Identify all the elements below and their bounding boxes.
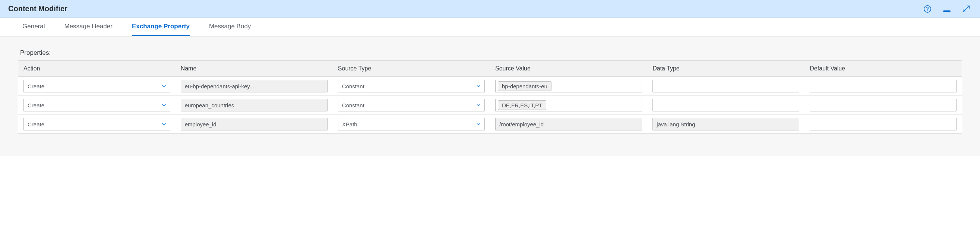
source-type-select[interactable]: Constant — [338, 99, 485, 112]
chevron-down-icon — [476, 121, 481, 127]
section-label: Properties: — [20, 49, 962, 57]
tab-message-header[interactable]: Message Header — [64, 18, 112, 36]
tabs-bar: General Message Header Exchange Property… — [0, 18, 980, 37]
panel-title: Content Modifier — [8, 5, 923, 13]
help-icon[interactable] — [923, 4, 932, 14]
default-value-field[interactable] — [810, 118, 956, 131]
source-type-select[interactable]: Constant — [338, 80, 485, 93]
source-type-select[interactable]: XPath — [338, 118, 485, 131]
col-header-action: Action — [18, 61, 175, 77]
svg-point-1 — [927, 10, 928, 11]
tab-message-body[interactable]: Message Body — [209, 18, 251, 36]
col-header-name: Name — [175, 61, 333, 77]
source-value-token: bp-dependants-eu — [498, 81, 552, 91]
minimize-icon[interactable] — [942, 4, 952, 14]
body-area: Properties: Action Name Source Type Sour… — [0, 37, 980, 156]
data-type-field[interactable] — [652, 99, 799, 112]
default-value-field[interactable] — [810, 80, 956, 93]
chevron-down-icon — [161, 102, 167, 108]
chevron-down-icon — [476, 83, 481, 89]
source-value-field[interactable]: /root/employee_id — [495, 118, 642, 131]
expand-icon[interactable] — [961, 4, 971, 14]
tab-general[interactable]: General — [22, 18, 45, 36]
chevron-down-icon — [476, 102, 481, 108]
chevron-down-icon — [161, 121, 167, 127]
chevron-down-icon — [161, 83, 167, 89]
col-header-default-value: Default Value — [805, 61, 962, 77]
action-select[interactable]: Create — [24, 99, 170, 112]
data-type-field[interactable] — [652, 80, 799, 93]
properties-table: Action Name Source Type Source Value Dat… — [18, 61, 962, 134]
action-select[interactable]: Create — [24, 118, 170, 131]
data-type-field[interactable]: java.lang.String — [652, 118, 799, 131]
action-select[interactable]: Create — [24, 80, 170, 93]
table-row: Createeu-bp-dependants-api-key...Constan… — [18, 77, 962, 96]
default-value-field[interactable] — [810, 99, 956, 112]
col-header-source-type: Source Type — [333, 61, 490, 77]
panel-controls — [923, 4, 971, 14]
tab-exchange-property[interactable]: Exchange Property — [132, 18, 190, 36]
panel-header: Content Modifier — [0, 0, 980, 18]
source-value-field[interactable]: DE,FR,ES,IT,PT — [495, 99, 642, 112]
col-header-source-value: Source Value — [490, 61, 647, 77]
table-row: Createeuropean_countriesConstantDE,FR,ES… — [18, 96, 962, 115]
table-row: Createemployee_idXPath/root/employee_idj… — [18, 115, 962, 134]
col-header-data-type: Data Type — [647, 61, 805, 77]
name-field[interactable]: employee_id — [181, 118, 328, 131]
source-value-token: DE,FR,ES,IT,PT — [498, 100, 546, 110]
name-field[interactable]: eu-bp-dependants-api-key... — [181, 80, 328, 93]
source-value-field[interactable]: bp-dependants-eu — [495, 80, 642, 93]
name-field[interactable]: european_countries — [181, 99, 328, 112]
